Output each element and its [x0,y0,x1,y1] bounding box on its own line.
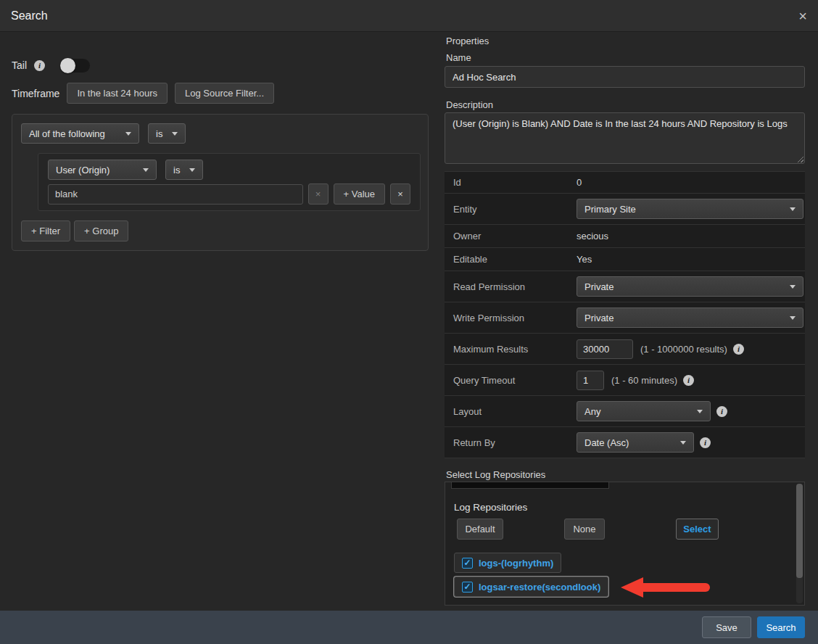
property-row-entity: Entity Primary Site [445,194,805,225]
property-label: Read Permission [453,281,577,292]
property-label: Maximum Results [453,344,577,355]
select-button[interactable]: Select [676,519,719,540]
group-condition-value: is [156,128,162,139]
dialog-titlebar: Search × [0,0,818,32]
info-icon: i [683,375,694,386]
chevron-down-icon [790,316,796,320]
select-log-repositories-heading: Select Log Repositories [446,469,545,480]
add-filter-button[interactable]: + Filter [21,220,70,242]
checkbox-checked-icon[interactable]: ✓ [462,582,473,593]
read-permission-value: Private [584,281,614,292]
clipped-scrolled-element [451,482,609,489]
info-icon: i [716,406,727,417]
property-value: secious [577,231,608,242]
entity-dropdown[interactable]: Primary Site [577,199,803,219]
checkbox-checked-icon[interactable]: ✓ [462,558,473,569]
filter-rule: User (Origin) is × + Value × [38,153,421,211]
save-button[interactable]: Save [702,616,751,638]
query-timeout-input[interactable] [577,371,604,390]
add-group-button[interactable]: + Group [74,220,128,242]
tail-row: Tail i [12,57,90,74]
layout-value: Any [584,406,600,417]
filter-actions-row: + Filter + Group [21,220,419,242]
write-permission-dropdown[interactable]: Private [577,307,803,328]
repo-item-logs-logrhythm[interactable]: ✓ logs-(logrhythm) [454,553,561,573]
repo-buttons-row: Default None Select [457,519,783,539]
properties-table: Id 0 Entity Primary Site Owner secious E… [445,171,805,458]
group-operator-value: All of the following [29,128,105,139]
rule-operator-value: is [173,165,180,176]
description-textarea[interactable]: (User (Origin) is Blank) AND Date is In … [445,112,805,164]
chevron-down-icon [172,132,178,136]
maximum-results-input[interactable] [577,339,633,359]
none-button[interactable]: None [564,519,605,540]
name-label: Name [446,52,471,63]
group-operator-dropdown[interactable]: All of the following [21,123,139,144]
property-value: 0 [577,177,582,188]
property-row-id: Id 0 [445,172,805,194]
read-permission-dropdown[interactable]: Private [577,276,803,297]
name-input[interactable] [445,66,805,88]
remove-rule-button[interactable]: × [390,183,410,205]
repo-item-label: logsar-restore(secondlook) [479,582,600,593]
info-icon: i [34,60,45,71]
write-permission-value: Private [584,313,614,323]
layout-dropdown[interactable]: Any [577,401,711,421]
timeframe-range-button[interactable]: In the last 24 hours [67,83,168,104]
red-arrow-annotation [621,577,710,598]
property-value: Yes [577,254,592,265]
chevron-down-icon [790,207,796,211]
property-row-maximum-results: Maximum Results (1 - 1000000 results) i [445,334,805,365]
close-icon[interactable]: × [798,9,807,23]
description-label: Description [446,99,493,110]
property-label: Layout [453,406,577,417]
log-repositories-title: Log Repositories [454,502,527,513]
repo-item-label: logs-(logrhythm) [479,558,553,569]
property-row-return-by: Return By Date (Asc) i [445,427,805,458]
return-by-dropdown[interactable]: Date (Asc) [577,432,694,453]
chevron-down-icon [697,410,703,413]
log-source-filter-button[interactable]: Log Source Filter... [175,83,274,104]
repo-item-logsar-restore-secondlook[interactable]: ✓ logsar-restore(secondlook) [454,577,608,597]
search-button[interactable]: Search [757,616,805,638]
tail-toggle[interactable] [61,59,90,73]
scrollbar-thumb[interactable] [796,484,803,578]
properties-heading: Properties [446,36,489,46]
property-row-owner: Owner secious [445,225,805,248]
entity-dropdown-value: Primary Site [584,204,636,215]
property-label: Owner [453,231,577,242]
rule-operator-dropdown[interactable]: is [165,160,203,180]
scrollbar-track[interactable] [796,484,803,603]
chevron-down-icon [680,441,686,445]
arrow-tail [643,583,710,592]
arrow-head [621,577,643,598]
chevron-down-icon [790,285,796,289]
property-row-read-permission: Read Permission Private [445,271,805,302]
property-row-layout: Layout Any i [445,396,805,427]
timeframe-label: Timeframe [12,88,59,99]
description-field-wrap: (User (Origin) is Blank) AND Date is In … [445,112,805,164]
query-timeout-hint: (1 - 60 minutes) [611,375,677,386]
group-condition-dropdown[interactable]: is [148,123,186,144]
filter-builder: All of the following is User (Origin) is [12,114,429,251]
property-row-query-timeout: Query Timeout (1 - 60 minutes) i [445,365,805,396]
dialog-title: Search [11,9,48,22]
info-icon: i [733,344,744,355]
default-button[interactable]: Default [457,519,503,540]
rule-value-input[interactable] [48,184,303,205]
filter-group-row: All of the following is [21,123,419,144]
chevron-down-icon [189,168,195,172]
property-label: Return By [453,437,577,448]
timeframe-row: Timeframe In the last 24 hours Log Sourc… [12,83,274,104]
property-row-editable: Editable Yes [445,248,805,271]
chevron-down-icon [125,132,131,136]
property-label: Editable [453,254,577,265]
toggle-knob [60,58,75,73]
add-value-button[interactable]: + Value [334,183,386,205]
search-dialog: Search × Tail i Timeframe In the last 24… [0,0,818,644]
info-icon: i [700,437,711,448]
rule-field-dropdown[interactable]: User (Origin) [48,160,157,180]
property-label: Write Permission [453,313,577,323]
remove-value-button[interactable]: × [308,183,329,205]
filter-rule-field-row: User (Origin) is [48,160,410,180]
